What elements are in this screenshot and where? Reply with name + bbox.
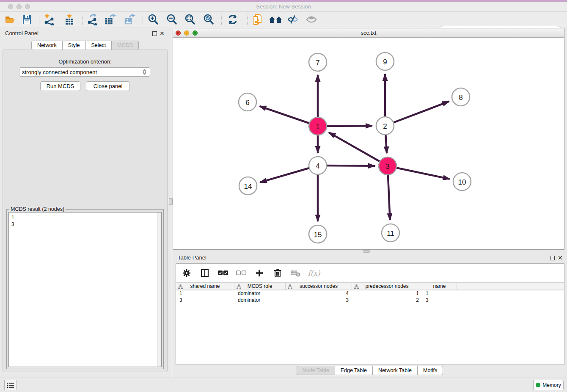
column-type-icon	[288, 284, 292, 290]
column-label: MCDS role	[248, 283, 272, 289]
open-file-icon[interactable]	[4, 14, 16, 25]
float-table-panel-icon[interactable]	[550, 256, 555, 260]
cell-predecessor-nodes[interactable]: 2	[352, 297, 422, 304]
toolbar-separator	[39, 14, 39, 25]
network-window-titlebar[interactable]: ✕ − + scc.txt	[173, 28, 564, 38]
cell-name[interactable]: 1	[422, 290, 457, 297]
graph-edge-2-8[interactable]	[385, 102, 449, 126]
graph-node-11[interactable]: 11	[382, 224, 399, 242]
tab-mcds[interactable]: MCDS	[111, 41, 139, 50]
apply-layout-icon[interactable]	[227, 14, 239, 25]
zoom-fit-icon[interactable]	[184, 14, 196, 25]
tab-motifs[interactable]: Motifs	[417, 366, 443, 375]
cell-shared-name[interactable]: 3	[176, 297, 234, 304]
graph-edge-3-1[interactable]	[329, 133, 388, 166]
memory-label: Memory	[542, 382, 561, 388]
tab-select[interactable]: Select	[85, 41, 112, 50]
delete-column-trash-icon[interactable]	[272, 268, 283, 279]
network-table-splitter-handle[interactable]	[363, 250, 370, 253]
float-panel-icon[interactable]	[152, 31, 157, 36]
deselect-all-columns-icon[interactable]	[236, 268, 247, 279]
cell-predecessor-nodes[interactable]: 1	[352, 290, 422, 297]
graph-node-10[interactable]: 10	[453, 173, 471, 190]
run-mcds-button[interactable]: Run MCDS	[40, 81, 80, 91]
network-window-title: scc.txt	[173, 30, 564, 36]
column-type-icon	[178, 284, 183, 290]
graph-node-label: 7	[316, 59, 319, 67]
close-table-panel-icon[interactable]: ✕	[558, 254, 563, 262]
graph-node-label: 3	[385, 163, 389, 171]
graph-node-14[interactable]: 14	[239, 177, 257, 195]
select-all-columns-icon[interactable]	[217, 268, 228, 279]
toolbar-separator	[143, 14, 143, 25]
clone-network-icon[interactable]	[251, 14, 263, 25]
graph-node-1[interactable]: 1	[309, 117, 327, 135]
graph-node-label: 10	[458, 178, 466, 186]
panel-splitter-handle[interactable]	[169, 198, 173, 205]
graph-node-9[interactable]: 9	[376, 52, 394, 70]
import-table-icon[interactable]	[63, 14, 75, 25]
hide-graphics-details-icon[interactable]	[287, 14, 299, 25]
export-table-icon[interactable]	[104, 14, 116, 25]
tab-node-table[interactable]: Node Table	[297, 366, 335, 375]
delete-table-icon	[290, 268, 301, 279]
table-header-row: shared name MCDS role successor nodes pr…	[176, 282, 564, 290]
graph-node-label: 2	[383, 122, 387, 130]
graph-node-label: 14	[244, 182, 252, 190]
mcds-panel: Optimization criterion: strongly connect…	[3, 50, 168, 372]
close-panel-icon[interactable]: ✕	[160, 30, 165, 37]
close-panel-button[interactable]: Close panel	[86, 81, 130, 91]
save-session-icon[interactable]	[21, 14, 33, 25]
zoom-in-icon[interactable]	[147, 14, 159, 25]
window-title: Session: New Session	[0, 3, 567, 10]
tab-style[interactable]: Style	[62, 41, 86, 50]
graph-node-label: 11	[387, 229, 394, 237]
network-canvas[interactable]: 7968124314101511	[173, 38, 564, 249]
graph-node-label: 9	[383, 58, 387, 66]
graph-node-8[interactable]: 8	[452, 88, 470, 106]
column-header-predecessor-nodes[interactable]: predecessor nodes	[352, 283, 422, 290]
graph-node-4[interactable]: 4	[309, 157, 327, 174]
export-network-icon[interactable]	[86, 14, 98, 25]
mcds-result-textarea[interactable]: 1 3	[8, 212, 162, 367]
column-header-name[interactable]: name	[422, 283, 457, 290]
tab-edge-table[interactable]: Edge Table	[335, 366, 373, 375]
mcds-result-title: MCDS result (2 nodes)	[9, 206, 66, 212]
graph-node-7[interactable]: 7	[309, 53, 327, 71]
export-image-icon[interactable]	[124, 14, 135, 25]
cell-shared-name[interactable]: 1	[176, 290, 234, 297]
cell-mcds-role[interactable]: dominator	[234, 290, 286, 297]
import-network-icon[interactable]	[43, 14, 55, 25]
zoom-out-icon[interactable]	[166, 14, 178, 25]
column-header-shared-name[interactable]: shared name	[176, 283, 234, 290]
table-toolbar: f(x)	[176, 264, 564, 282]
tab-network-table[interactable]: Network Table	[372, 366, 418, 375]
tab-network[interactable]: Network	[31, 41, 63, 50]
memory-button[interactable]: Memory	[533, 380, 564, 390]
graph-node-2[interactable]: 2	[376, 117, 394, 135]
table-row[interactable]: 1 dominator 4 1 1	[176, 290, 564, 297]
graph-node-label: 6	[245, 99, 249, 107]
graph-edge-3-10[interactable]	[388, 166, 450, 179]
cell-name[interactable]: 3	[422, 297, 457, 304]
criterion-dropdown[interactable]: strongly connected component	[19, 67, 150, 77]
zoom-selected-icon[interactable]	[203, 14, 215, 25]
toolbar-separator	[221, 14, 222, 25]
cell-successor-nodes[interactable]: 3	[286, 297, 352, 304]
show-task-history-button[interactable]	[4, 380, 17, 390]
cell-mcds-role[interactable]: dominator	[234, 297, 286, 304]
memory-status-icon	[536, 383, 540, 387]
graph-node-15[interactable]: 15	[309, 225, 327, 243]
home-panels-icon[interactable]	[268, 14, 283, 25]
graph-node-3[interactable]: 3	[379, 157, 396, 175]
column-header-mcds-role[interactable]: MCDS role	[234, 283, 286, 290]
column-header-successor-nodes[interactable]: successor nodes	[286, 283, 352, 290]
table-row[interactable]: 3 dominator 3 2 3	[176, 297, 564, 304]
result-scrollbar[interactable]	[157, 213, 161, 367]
table-settings-gear-icon[interactable]	[181, 268, 192, 279]
show-columns-icon[interactable]	[199, 268, 210, 279]
graph-node-6[interactable]: 6	[239, 93, 256, 111]
cell-successor-nodes[interactable]: 4	[286, 290, 352, 297]
graph-node-label: 8	[459, 94, 462, 102]
create-column-icon[interactable]	[254, 268, 265, 279]
